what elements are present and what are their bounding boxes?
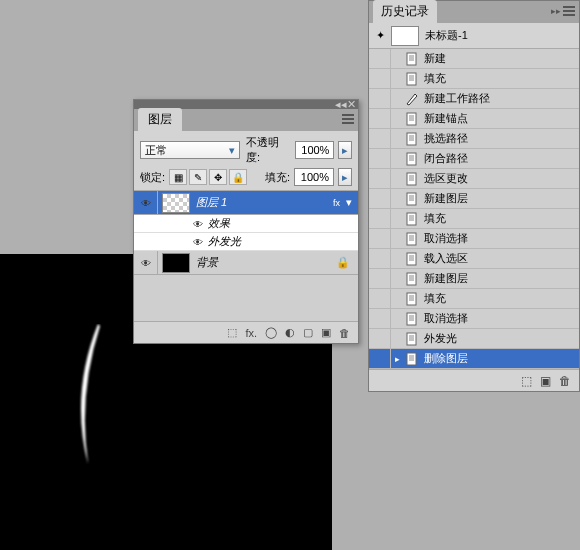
- layer-controls: 正常 ▾ 不透明度: 100% ▸ 锁定: ▦ ✎ ✥ 🔒 填充: 100% ▸: [134, 131, 358, 191]
- fill-flyout-icon[interactable]: ▸: [338, 168, 352, 186]
- history-source-column[interactable]: [369, 349, 391, 368]
- document-icon: [403, 271, 421, 287]
- svg-rect-14: [407, 353, 416, 365]
- layer-row[interactable]: 背景 🔒: [134, 251, 358, 275]
- history-source-column[interactable]: [369, 69, 391, 88]
- snapshot-row[interactable]: ✦ 未标题-1: [369, 23, 579, 49]
- opacity-label: 不透明度:: [246, 135, 291, 165]
- layer-thumbnail[interactable]: [162, 193, 190, 213]
- group-icon[interactable]: ▢: [303, 326, 313, 339]
- history-source-column[interactable]: [369, 89, 391, 108]
- history-source-column[interactable]: [369, 249, 391, 268]
- history-source-column[interactable]: [369, 309, 391, 328]
- svg-rect-10: [407, 273, 416, 285]
- history-step[interactable]: 新建工作路径: [369, 89, 579, 109]
- minimize-icon[interactable]: ◂◂: [336, 101, 345, 108]
- document-icon: [403, 211, 421, 227]
- trash-icon[interactable]: 🗑: [559, 374, 571, 388]
- lock-all-icon[interactable]: 🔒: [229, 169, 247, 185]
- history-step[interactable]: 闭合路径: [369, 149, 579, 169]
- close-icon[interactable]: ✕: [347, 101, 356, 108]
- eye-icon: [141, 197, 151, 209]
- history-source-column[interactable]: [369, 169, 391, 188]
- document-icon: [403, 331, 421, 347]
- history-step-label: 挑选路径: [423, 131, 468, 146]
- collapse-icon[interactable]: ▸▸: [551, 6, 561, 18]
- history-step[interactable]: 选区更改: [369, 169, 579, 189]
- document-icon: [403, 71, 421, 87]
- history-source-column[interactable]: [369, 329, 391, 348]
- history-step-label: 外发光: [423, 331, 457, 346]
- link-layers-icon[interactable]: ⬚: [227, 326, 237, 339]
- history-step[interactable]: 填充: [369, 289, 579, 309]
- fx-badge[interactable]: fx: [333, 198, 340, 208]
- layer-name[interactable]: 图层 1: [194, 195, 333, 210]
- svg-rect-8: [407, 233, 416, 245]
- svg-rect-0: [407, 53, 416, 65]
- history-step[interactable]: 填充: [369, 209, 579, 229]
- lock-transparency-icon[interactable]: ▦: [169, 169, 187, 185]
- history-step[interactable]: 填充: [369, 69, 579, 89]
- new-snapshot-icon[interactable]: ▣: [540, 374, 551, 388]
- eye-icon[interactable]: [190, 218, 206, 230]
- history-step[interactable]: 取消选择: [369, 309, 579, 329]
- snapshot-name: 未标题-1: [425, 28, 468, 43]
- history-step[interactable]: 挑选路径: [369, 129, 579, 149]
- history-source-column[interactable]: [369, 109, 391, 128]
- history-step[interactable]: 载入选区: [369, 249, 579, 269]
- visibility-toggle[interactable]: [134, 191, 158, 214]
- opacity-flyout-icon[interactable]: ▸: [338, 141, 352, 159]
- history-source-column[interactable]: [369, 49, 391, 68]
- new-layer-icon[interactable]: ▣: [321, 326, 331, 339]
- history-step[interactable]: 新建锚点: [369, 109, 579, 129]
- trash-icon[interactable]: 🗑: [339, 327, 350, 339]
- lock-pixels-icon[interactable]: ✎: [189, 169, 207, 185]
- history-brush-icon[interactable]: ✦: [369, 29, 391, 42]
- history-source-column[interactable]: [369, 209, 391, 228]
- tab-history[interactable]: 历史记录: [373, 0, 437, 23]
- history-step-label: 填充: [423, 71, 446, 86]
- panel-menu-icon[interactable]: [342, 114, 354, 126]
- history-step-label: 新建: [423, 51, 446, 66]
- chevron-down-icon[interactable]: ▾: [346, 196, 352, 209]
- history-source-column[interactable]: [369, 129, 391, 148]
- adjustment-icon[interactable]: ◐: [285, 326, 295, 339]
- history-step[interactable]: ▸删除图层: [369, 349, 579, 369]
- history-source-column[interactable]: [369, 229, 391, 248]
- history-step[interactable]: 新建: [369, 49, 579, 69]
- history-source-column[interactable]: [369, 189, 391, 208]
- history-step[interactable]: 新建图层: [369, 269, 579, 289]
- opacity-input[interactable]: 100%: [295, 141, 334, 159]
- history-step-label: 填充: [423, 291, 446, 306]
- history-step-label: 取消选择: [423, 231, 468, 246]
- snapshot-thumbnail[interactable]: [391, 26, 419, 46]
- history-step[interactable]: 新建图层: [369, 189, 579, 209]
- svg-rect-11: [407, 293, 416, 305]
- layer-thumbnail[interactable]: [162, 253, 190, 273]
- history-caret-icon: ▸: [391, 354, 403, 364]
- fx-icon[interactable]: fx.: [245, 327, 257, 339]
- light-streak: [70, 324, 110, 464]
- eye-icon[interactable]: [190, 236, 206, 248]
- history-step[interactable]: 外发光: [369, 329, 579, 349]
- layer-name[interactable]: 背景: [194, 255, 336, 270]
- history-list: 新建填充新建工作路径新建锚点挑选路径闭合路径选区更改新建图层填充取消选择载入选区…: [369, 49, 579, 369]
- fill-label: 填充:: [265, 170, 290, 185]
- history-source-column[interactable]: [369, 149, 391, 168]
- tab-layers[interactable]: 图层: [138, 108, 182, 131]
- blend-mode-select[interactable]: 正常 ▾: [140, 141, 240, 159]
- layer-effect-row[interactable]: 外发光: [134, 233, 358, 251]
- history-step[interactable]: 取消选择: [369, 229, 579, 249]
- layer-row[interactable]: 图层 1 fx ▾: [134, 191, 358, 215]
- create-document-icon[interactable]: ⬚: [521, 374, 532, 388]
- layer-effect-row[interactable]: 效果: [134, 215, 358, 233]
- history-step-label: 闭合路径: [423, 151, 468, 166]
- document-icon: [403, 111, 421, 127]
- history-source-column[interactable]: [369, 289, 391, 308]
- history-source-column[interactable]: [369, 269, 391, 288]
- panel-menu-icon[interactable]: [563, 6, 575, 18]
- mask-icon[interactable]: ◯: [265, 326, 277, 339]
- fill-input[interactable]: 100%: [294, 168, 334, 186]
- visibility-toggle[interactable]: [134, 251, 158, 274]
- lock-position-icon[interactable]: ✥: [209, 169, 227, 185]
